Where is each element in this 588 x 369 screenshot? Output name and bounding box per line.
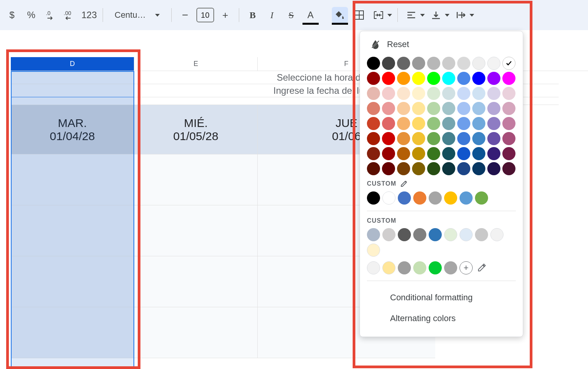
increase-decimal-button[interactable]: .00 <box>62 7 78 23</box>
strikethrough-button[interactable]: S <box>283 7 299 23</box>
color-swatch[interactable] <box>382 132 395 145</box>
color-swatch[interactable] <box>397 147 410 160</box>
color-swatch[interactable] <box>502 102 515 115</box>
color-swatch[interactable] <box>367 244 380 257</box>
color-swatch[interactable] <box>502 162 515 175</box>
italic-button[interactable]: I <box>264 7 280 23</box>
color-swatch[interactable] <box>412 102 425 115</box>
color-swatch[interactable] <box>382 87 395 100</box>
color-swatch[interactable] <box>487 57 500 70</box>
cell[interactable] <box>11 205 134 256</box>
color-swatch[interactable] <box>412 87 425 100</box>
color-swatch[interactable] <box>442 162 455 175</box>
color-swatch[interactable] <box>457 132 470 145</box>
color-swatch[interactable] <box>427 102 440 115</box>
column-header-d[interactable]: D <box>11 57 134 71</box>
fill-color-button[interactable] <box>332 7 348 23</box>
color-swatch[interactable] <box>382 147 395 160</box>
eyedropper-button[interactable] <box>475 261 488 274</box>
color-swatch[interactable] <box>457 147 470 160</box>
color-swatch[interactable] <box>502 147 515 160</box>
color-swatch[interactable] <box>487 147 500 160</box>
color-swatch[interactable] <box>382 228 395 241</box>
color-swatch[interactable] <box>412 132 425 145</box>
currency-button[interactable]: $ <box>4 7 20 23</box>
color-swatch[interactable] <box>472 162 485 175</box>
increase-font-button[interactable]: + <box>217 7 233 23</box>
text-color-button[interactable]: A <box>302 7 319 23</box>
color-swatch[interactable] <box>502 87 515 100</box>
decrease-font-button[interactable]: − <box>177 7 193 23</box>
conditional-formatting-link[interactable]: Conditional formatting <box>367 287 516 308</box>
font-selector[interactable]: Centu… <box>108 7 166 23</box>
color-swatch[interactable] <box>427 132 440 145</box>
color-swatch[interactable] <box>487 162 500 175</box>
more-formats-button[interactable]: 123 <box>81 7 97 23</box>
color-swatch[interactable] <box>444 228 457 241</box>
color-swatch[interactable] <box>397 72 410 85</box>
color-swatch[interactable] <box>412 117 425 130</box>
decrease-decimal-button[interactable]: .0 <box>42 7 59 23</box>
merge-cells-button[interactable] <box>370 7 392 23</box>
color-swatch[interactable] <box>472 87 485 100</box>
color-swatch[interactable] <box>444 261 457 274</box>
cell[interactable] <box>11 307 134 358</box>
color-swatch[interactable] <box>382 162 395 175</box>
color-swatch[interactable] <box>472 102 485 115</box>
color-swatch[interactable] <box>382 261 395 274</box>
color-swatch[interactable] <box>472 72 485 85</box>
color-swatch[interactable] <box>475 191 488 205</box>
color-swatch[interactable] <box>382 117 395 130</box>
color-swatch[interactable] <box>502 132 515 145</box>
color-swatch[interactable] <box>457 102 470 115</box>
color-swatch[interactable] <box>502 72 515 85</box>
color-swatch[interactable] <box>367 72 380 85</box>
color-swatch[interactable] <box>487 72 500 85</box>
color-swatch[interactable] <box>442 72 455 85</box>
color-swatch[interactable] <box>442 147 455 160</box>
color-swatch[interactable] <box>487 87 500 100</box>
color-swatch[interactable] <box>367 162 380 175</box>
color-swatch[interactable] <box>412 147 425 160</box>
color-swatch[interactable] <box>367 228 380 241</box>
color-swatch[interactable] <box>397 132 410 145</box>
color-swatch[interactable] <box>472 147 485 160</box>
color-swatch[interactable] <box>429 228 442 241</box>
color-swatch[interactable] <box>457 72 470 85</box>
color-swatch[interactable] <box>398 261 411 274</box>
cell[interactable] <box>134 256 258 307</box>
color-swatch[interactable] <box>382 191 395 205</box>
color-swatch[interactable] <box>367 117 380 130</box>
color-swatch[interactable] <box>382 102 395 115</box>
color-swatch[interactable] <box>397 162 410 175</box>
color-swatch[interactable] <box>413 228 426 241</box>
cell[interactable] <box>11 154 134 205</box>
color-swatch[interactable] <box>398 191 411 205</box>
color-swatch[interactable] <box>427 87 440 100</box>
color-swatch[interactable] <box>367 57 380 70</box>
horizontal-align-button[interactable] <box>403 7 425 23</box>
color-swatch[interactable] <box>413 191 426 205</box>
color-swatch[interactable] <box>427 72 440 85</box>
color-swatch[interactable] <box>367 147 380 160</box>
color-swatch[interactable] <box>412 72 425 85</box>
cell[interactable] <box>134 307 258 358</box>
color-swatch[interactable] <box>367 87 380 100</box>
color-swatch[interactable] <box>457 162 470 175</box>
color-swatch[interactable] <box>475 228 488 241</box>
color-swatch[interactable] <box>502 117 515 130</box>
reset-color-button[interactable]: Reset <box>367 39 516 50</box>
color-swatch[interactable] <box>460 191 473 205</box>
color-swatch[interactable] <box>427 162 440 175</box>
color-swatch[interactable] <box>397 57 410 70</box>
cell[interactable] <box>11 84 134 97</box>
color-swatch[interactable] <box>382 72 395 85</box>
borders-button[interactable] <box>351 7 367 23</box>
color-swatch[interactable] <box>412 162 425 175</box>
color-swatch[interactable] <box>490 228 504 241</box>
color-swatch[interactable] <box>427 117 440 130</box>
color-swatch[interactable] <box>367 261 380 274</box>
color-swatch[interactable] <box>442 102 455 115</box>
color-swatch[interactable] <box>429 191 442 205</box>
color-swatch[interactable] <box>487 102 500 115</box>
